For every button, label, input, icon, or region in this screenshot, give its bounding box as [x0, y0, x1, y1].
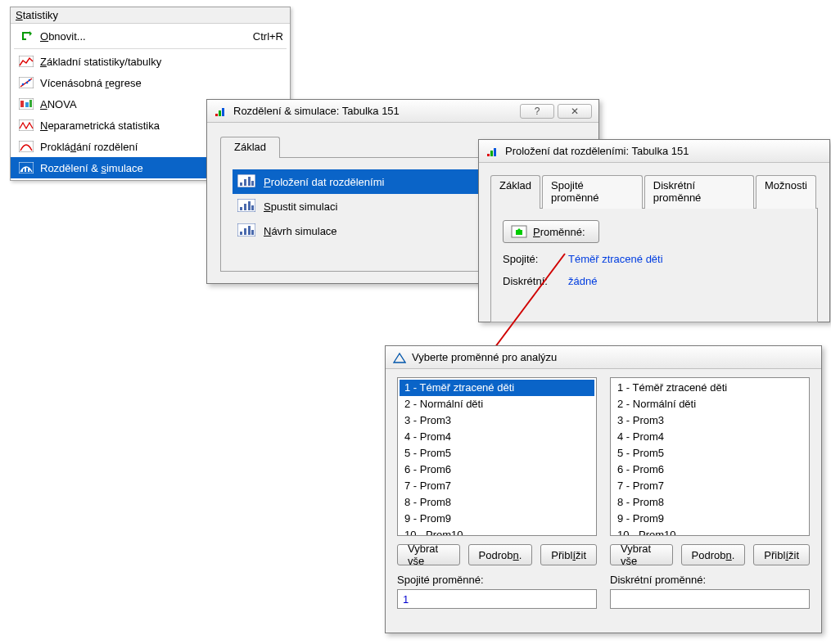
- list-item[interactable]: 7 - Prom7: [400, 478, 594, 494]
- list-item[interactable]: 2 - Normální děti: [612, 396, 807, 412]
- dialog-vyberte-promenne: Vyberte proměnné pro analýzu 1 - Téměř z…: [385, 345, 822, 633]
- list-item[interactable]: 10 - Prom10: [400, 527, 594, 536]
- list-item[interactable]: 1 - Téměř ztracené děti: [612, 380, 807, 396]
- vybrat-vse-left-button[interactable]: Vybrat vše: [397, 544, 460, 565]
- field-value: žádné: [568, 275, 597, 287]
- stats-icon: [17, 54, 35, 69]
- list-item[interactable]: 3 - Prom3: [400, 412, 594, 429]
- field-value: Téměř ztracené děti: [568, 253, 663, 265]
- spojite-input[interactable]: [397, 589, 597, 609]
- list-item[interactable]: 8 - Prom8: [400, 494, 594, 511]
- svg-rect-15: [28, 169, 29, 172]
- refresh-icon: [17, 29, 35, 43]
- priblizit-right-button[interactable]: Přiblížit: [753, 544, 810, 565]
- list-item[interactable]: 4 - Prom4: [612, 429, 807, 445]
- tabs: ZákladSpojité proměnnéDiskrétní proměnné…: [479, 163, 829, 208]
- app-icon: [392, 352, 407, 363]
- histogram-icon: [237, 174, 257, 189]
- menu-item[interactable]: Základní statistiky/tabulky: [11, 51, 290, 72]
- tab[interactable]: Spojité proměnné: [542, 175, 643, 209]
- svg-rect-28: [251, 205, 254, 210]
- spojite-label: Spojité proměnné:: [397, 574, 597, 586]
- svg-rect-26: [244, 204, 246, 210]
- svg-point-3: [22, 83, 25, 86]
- histogram-icon: [237, 223, 257, 238]
- menu-separator: [14, 48, 287, 49]
- list-item[interactable]: 1 - Téměř ztracené děti: [400, 380, 594, 396]
- dialog-title: Rozdělení & simulace: Tabulka 151: [233, 105, 517, 117]
- svg-rect-0: [19, 56, 34, 67]
- svg-rect-30: [240, 232, 242, 235]
- list-item[interactable]: 6 - Prom6: [612, 462, 807, 478]
- tab[interactable]: Možnosti: [756, 175, 816, 209]
- list-item[interactable]: 5 - Prom5: [612, 445, 807, 462]
- svg-rect-36: [494, 148, 496, 156]
- anova-icon: [17, 97, 35, 111]
- svg-rect-9: [29, 100, 32, 107]
- priblizit-left-button[interactable]: Přiblížit: [540, 544, 597, 565]
- podrobn-right-button[interactable]: Podrobn.: [681, 544, 746, 565]
- svg-rect-22: [248, 177, 251, 186]
- svg-rect-27: [248, 201, 251, 210]
- app-icon: [486, 146, 500, 157]
- variables-icon: [510, 224, 528, 239]
- list-item[interactable]: 7 - Prom7: [612, 478, 807, 494]
- list-item[interactable]: 6 - Prom6: [400, 462, 594, 478]
- option-label: Spustit simulaci: [264, 200, 337, 213]
- menu-item[interactable]: Vícenásobná regrese: [11, 72, 290, 93]
- menu-item-label: Obnovit...: [40, 30, 253, 43]
- fit-icon: [17, 139, 35, 154]
- menu-item[interactable]: Obnovit...Ctrl+R: [11, 25, 290, 47]
- close-button[interactable]: ✕: [558, 104, 592, 119]
- svg-rect-32: [248, 226, 251, 235]
- sim-icon: [17, 160, 35, 175]
- option-label: Návrh simulace: [264, 225, 337, 237]
- diskretni-input[interactable]: [610, 589, 810, 609]
- nonparam-icon: [17, 118, 35, 133]
- list-item[interactable]: 9 - Prom9: [400, 511, 594, 527]
- promenne-button[interactable]: Proměnné:: [503, 220, 599, 243]
- svg-rect-35: [490, 151, 493, 156]
- menu-item-label: Základní statistiky/tabulky: [40, 56, 283, 68]
- list-item[interactable]: 5 - Prom5: [400, 445, 594, 462]
- menu-item-shortcut: Ctrl+R: [253, 30, 283, 43]
- svg-rect-34: [487, 154, 490, 156]
- svg-rect-17: [219, 110, 221, 116]
- menu-item-label: Vícenásobná regrese: [40, 77, 283, 89]
- regress-icon: [17, 75, 35, 90]
- svg-rect-25: [240, 207, 242, 210]
- histogram-icon: [237, 199, 257, 214]
- list-item[interactable]: 4 - Prom4: [400, 429, 594, 445]
- svg-rect-7: [20, 101, 24, 107]
- list-item[interactable]: 3 - Prom3: [612, 412, 807, 429]
- list-item[interactable]: 8 - Prom8: [612, 494, 807, 511]
- field-label: Diskrétní:: [503, 275, 568, 287]
- field-row: Diskrétní:žádné: [503, 275, 806, 287]
- svg-point-4: [26, 82, 29, 84]
- svg-rect-13: [21, 169, 23, 172]
- podrobn-left-button[interactable]: Podrobn.: [468, 544, 533, 565]
- option-label: Proložení dat rozděleními: [264, 176, 384, 188]
- tab[interactable]: Diskrétní proměnné: [644, 175, 754, 209]
- titlebar: Rozdělení & simulace: Tabulka 151 ? ✕: [207, 100, 598, 123]
- svg-rect-31: [244, 228, 246, 235]
- list-item[interactable]: 2 - Normální děti: [400, 396, 594, 412]
- help-button[interactable]: ?: [520, 104, 554, 119]
- tab-zaklad[interactable]: Základ: [220, 137, 280, 158]
- vybrat-vse-right-button[interactable]: Vybrat vše: [610, 544, 673, 565]
- list-item[interactable]: 9 - Prom9: [612, 511, 807, 527]
- list-item[interactable]: 10 - Prom10: [612, 527, 807, 536]
- field-label: Spojité:: [503, 253, 568, 265]
- tab[interactable]: Základ: [490, 175, 540, 209]
- svg-rect-33: [251, 230, 254, 235]
- dialog-title: Proložení dat rozděleními: Tabulka 151: [505, 145, 823, 157]
- tab-panel: Proměnné: Spojité:Téměř ztracené dětiDis…: [490, 208, 818, 322]
- diskretni-label: Diskrétní proměnné:: [610, 574, 810, 586]
- svg-rect-23: [251, 181, 254, 186]
- diskretni-listbox[interactable]: 1 - Téměř ztracené děti2 - Normální děti…: [610, 377, 810, 536]
- dialog-prolozeni-dat: Proložení dat rozděleními: Tabulka 151 Z…: [478, 139, 830, 322]
- titlebar: Proložení dat rozděleními: Tabulka 151: [479, 140, 829, 163]
- svg-point-5: [29, 79, 31, 82]
- spojite-listbox[interactable]: 1 - Téměř ztracené děti2 - Normální děti…: [397, 377, 597, 536]
- svg-rect-20: [240, 182, 242, 186]
